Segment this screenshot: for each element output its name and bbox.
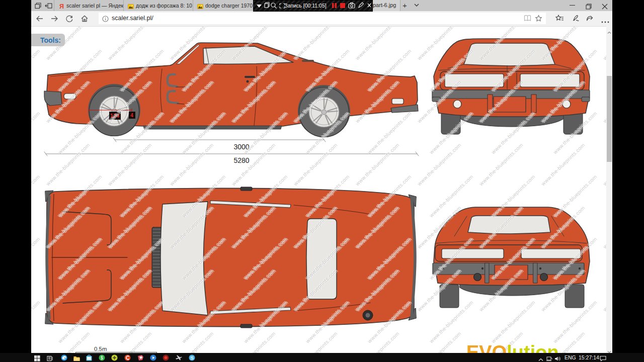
- svg-text:Я: Я: [59, 3, 64, 10]
- svg-text:Запись [00:11:05]: Запись [00:11:05]: [284, 3, 326, 9]
- svg-text:S: S: [190, 355, 193, 360]
